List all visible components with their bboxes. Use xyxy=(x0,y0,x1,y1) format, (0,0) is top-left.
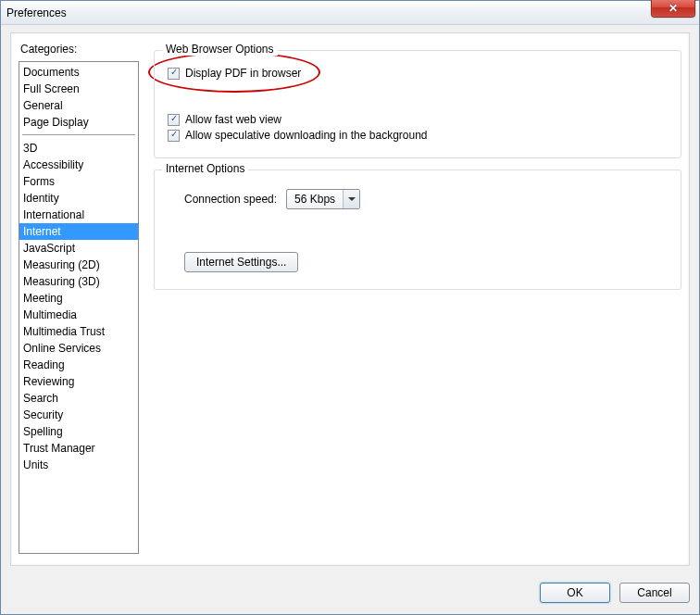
checkbox-icon: ✓ xyxy=(168,130,180,142)
category-item-javascript[interactable]: JavaScript xyxy=(19,240,138,257)
category-item-search[interactable]: Search xyxy=(19,390,138,407)
internet-options-group: Internet Options Connection speed: 56 Kb… xyxy=(154,169,681,290)
display-pdf-checkbox-row[interactable]: ✓ Display PDF in browser xyxy=(168,67,668,80)
group-title-web: Web Browser Options xyxy=(162,43,278,56)
ok-button[interactable]: OK xyxy=(540,583,610,603)
category-separator xyxy=(22,134,135,135)
speculative-download-checkbox-row[interactable]: ✓ Allow speculative downloading in the b… xyxy=(168,129,668,142)
connection-speed-label: Connection speed: xyxy=(184,193,277,206)
fast-web-view-checkbox-row[interactable]: ✓ Allow fast web view xyxy=(168,113,668,126)
speculative-download-label: Allow speculative downloading in the bac… xyxy=(185,129,428,142)
category-item-reading[interactable]: Reading xyxy=(19,357,138,373)
display-pdf-label: Display PDF in browser xyxy=(185,67,301,80)
category-item-international[interactable]: International xyxy=(19,207,138,223)
connection-speed-value: 56 Kbps xyxy=(287,193,343,206)
group-title-internet: Internet Options xyxy=(162,162,248,175)
category-item-online-services[interactable]: Online Services xyxy=(19,340,138,357)
category-item-3d[interactable]: 3D xyxy=(19,140,138,157)
right-pane: Web Browser Options ✓ Display PDF in bro… xyxy=(154,41,681,558)
categories-label: Categories: xyxy=(20,43,77,56)
category-item-spelling[interactable]: Spelling xyxy=(19,423,138,440)
category-item-trust-manager[interactable]: Trust Manager xyxy=(19,440,138,457)
category-item-reviewing[interactable]: Reviewing xyxy=(19,373,138,390)
internet-settings-button[interactable]: Internet Settings... xyxy=(184,252,298,272)
category-item-page-display[interactable]: Page Display xyxy=(19,114,138,131)
category-item-accessibility[interactable]: Accessibility xyxy=(19,157,138,173)
checkbox-icon: ✓ xyxy=(168,68,180,80)
category-item-general[interactable]: General xyxy=(19,97,138,114)
category-item-meeting[interactable]: Meeting xyxy=(19,290,138,307)
category-item-full-screen[interactable]: Full Screen xyxy=(19,81,138,97)
category-item-documents[interactable]: Documents xyxy=(19,64,138,81)
window-title: Preferences xyxy=(6,6,67,19)
chevron-down-icon xyxy=(348,197,356,201)
category-item-multimedia[interactable]: Multimedia xyxy=(19,307,138,323)
category-item-units[interactable]: Units xyxy=(19,457,138,473)
web-browser-options-group: Web Browser Options ✓ Display PDF in bro… xyxy=(154,50,681,158)
close-button[interactable]: ✕ xyxy=(651,0,695,18)
category-item-internet[interactable]: Internet xyxy=(19,223,138,240)
categories-list[interactable]: DocumentsFull ScreenGeneralPage Display3… xyxy=(19,61,139,554)
checkbox-icon: ✓ xyxy=(168,114,180,126)
preferences-window: Preferences ✕ Categories: DocumentsFull … xyxy=(0,0,700,615)
content-panel: Categories: DocumentsFull ScreenGeneralP… xyxy=(10,32,690,566)
category-item-forms[interactable]: Forms xyxy=(19,173,138,190)
cancel-button[interactable]: Cancel xyxy=(619,583,690,603)
close-icon: ✕ xyxy=(669,3,678,14)
category-item-multimedia-trust[interactable]: Multimedia Trust xyxy=(19,323,138,340)
category-item-security[interactable]: Security xyxy=(19,407,138,423)
connection-speed-select[interactable]: 56 Kbps xyxy=(286,189,360,209)
category-item-identity[interactable]: Identity xyxy=(19,190,138,207)
titlebar: Preferences ✕ xyxy=(1,1,699,25)
category-item-measuring-2d-[interactable]: Measuring (2D) xyxy=(19,257,138,273)
connection-speed-row: Connection speed: 56 Kbps xyxy=(168,183,668,219)
footer: OK Cancel xyxy=(10,583,690,603)
category-item-measuring-3d-[interactable]: Measuring (3D) xyxy=(19,273,138,290)
dropdown-button[interactable] xyxy=(343,190,359,208)
fast-web-view-label: Allow fast web view xyxy=(185,113,281,126)
